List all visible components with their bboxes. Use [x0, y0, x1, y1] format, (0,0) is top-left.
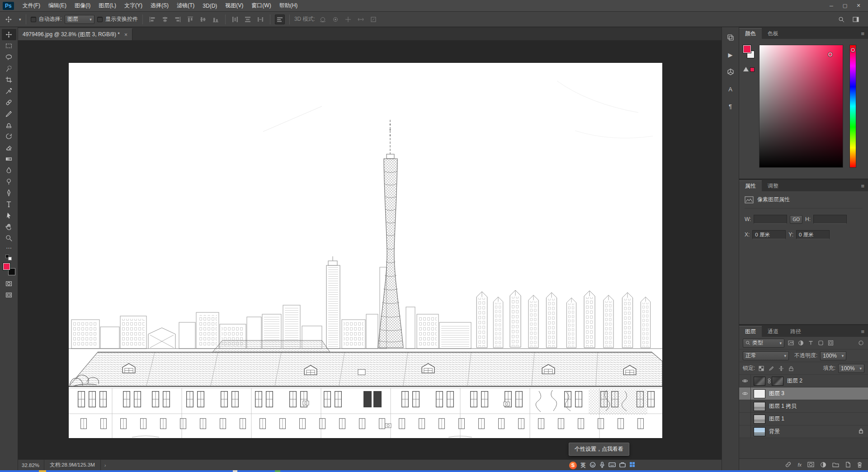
default-colors-icon[interactable]: [5, 255, 13, 261]
hue-slider[interactable]: [849, 45, 856, 168]
panel-menu-icon[interactable]: ≡: [861, 183, 868, 191]
menu-help[interactable]: 帮助(H): [275, 0, 302, 11]
add-mask-icon[interactable]: [807, 462, 814, 467]
maximize-icon[interactable]: ▢: [838, 1, 852, 11]
layer-row-3-selected[interactable]: 图层 3: [739, 387, 868, 400]
align-right-icon[interactable]: [173, 14, 183, 24]
new-layer-icon[interactable]: [845, 462, 851, 468]
filter-adjustment-icon[interactable]: [797, 340, 804, 347]
filter-type-dropdown[interactable]: 类型 ▾: [743, 339, 784, 348]
3d-scale-icon[interactable]: [368, 14, 378, 24]
ime-keyboard-icon[interactable]: [609, 462, 616, 469]
layer-row-background[interactable]: 背景: [739, 425, 868, 438]
workspace-icon[interactable]: [851, 14, 861, 24]
history-brush-tool[interactable]: [2, 131, 16, 142]
tab-adjustments[interactable]: 调整: [762, 180, 784, 191]
quick-selection-tool[interactable]: [2, 63, 16, 74]
quick-mask-button[interactable]: [2, 278, 16, 289]
gamut-warning-icon[interactable]: [743, 67, 749, 71]
eraser-tool[interactable]: [2, 142, 16, 153]
x-input[interactable]: [752, 230, 786, 239]
type-tool[interactable]: [2, 198, 16, 210]
current-tool-icon[interactable]: [4, 14, 14, 24]
align-top-icon[interactable]: [185, 14, 195, 24]
screen-mode-button[interactable]: [2, 289, 16, 301]
sogou-ime-icon[interactable]: S: [569, 462, 577, 469]
saturation-brightness-field[interactable]: [759, 45, 843, 168]
ime-mic-icon[interactable]: [599, 462, 605, 469]
auto-align-layers-icon[interactable]: [275, 14, 285, 24]
gamut-color-swatch[interactable]: [750, 67, 755, 72]
ime-language-toggle[interactable]: 英: [580, 462, 586, 469]
menu-view[interactable]: 视图(V): [221, 0, 247, 11]
ime-toolbox-icon[interactable]: [619, 462, 626, 469]
close-icon[interactable]: ✕: [852, 1, 865, 11]
layer-thumbnail[interactable]: [754, 389, 765, 398]
3d-panel-icon[interactable]: [725, 67, 736, 77]
clone-stamp-tool[interactable]: [2, 119, 16, 131]
zoom-tool[interactable]: [2, 232, 16, 244]
tab-color[interactable]: 颜色: [739, 28, 762, 39]
link-layers-icon[interactable]: [785, 461, 792, 468]
show-transform-checkbox[interactable]: [97, 17, 103, 22]
filter-smart-object-icon[interactable]: [827, 340, 834, 347]
canvas[interactable]: [18, 40, 722, 459]
panel-menu-icon[interactable]: ≡: [861, 328, 868, 337]
menu-type[interactable]: 文字(Y): [120, 0, 146, 11]
3d-roll-icon[interactable]: [330, 14, 340, 24]
auto-select-checkbox[interactable]: [31, 17, 36, 22]
opacity-dropdown[interactable]: 100% ▾: [820, 351, 846, 360]
blend-mode-dropdown[interactable]: 正常 ▾: [743, 351, 789, 360]
mask-link-icon[interactable]: [766, 378, 772, 384]
brush-tool[interactable]: [2, 108, 16, 119]
fill-dropdown[interactable]: 100% ▾: [838, 364, 864, 373]
rectangular-marquee-tool[interactable]: [2, 40, 16, 52]
tab-paths[interactable]: 路径: [784, 326, 807, 337]
tab-swatches[interactable]: 色板: [762, 28, 784, 39]
layer-thumbnail[interactable]: [754, 415, 765, 424]
3d-slide-icon[interactable]: [356, 14, 366, 24]
hand-tool[interactable]: [2, 221, 16, 232]
panel-menu-icon[interactable]: ≡: [861, 30, 868, 39]
tool-preset-arrow[interactable]: ▾: [19, 17, 21, 22]
gradient-tool[interactable]: [2, 153, 16, 165]
layer-thumbnail[interactable]: [754, 427, 765, 436]
align-left-icon[interactable]: [147, 14, 157, 24]
auto-select-target-dropdown[interactable]: 图层 ▾: [65, 15, 94, 24]
menu-filter[interactable]: 滤镜(T): [173, 0, 198, 11]
ime-promo-tooltip[interactable]: 个性设置，点我看看: [569, 443, 629, 456]
crop-tool[interactable]: [2, 74, 16, 85]
status-flyout-icon[interactable]: ›: [100, 460, 110, 470]
minimize-icon[interactable]: ─: [825, 1, 838, 11]
layer-mask-thumbnail[interactable]: [772, 377, 783, 386]
lock-pixels-icon[interactable]: [768, 365, 775, 372]
y-input[interactable]: [796, 230, 830, 239]
path-selection-tool[interactable]: [2, 210, 16, 221]
menu-edit[interactable]: 编辑(E): [44, 0, 71, 11]
dodge-tool[interactable]: [2, 176, 16, 187]
height-input[interactable]: [813, 215, 847, 224]
visibility-toggle[interactable]: [739, 400, 751, 412]
color-field-cursor[interactable]: [828, 52, 832, 57]
move-tool[interactable]: [2, 29, 16, 40]
layer-row-2[interactable]: 图层 2: [739, 375, 868, 387]
3d-orbit-icon[interactable]: [318, 14, 328, 24]
actions-panel-icon[interactable]: ▶: [725, 50, 736, 60]
libraries-panel-icon[interactable]: [725, 33, 736, 42]
menu-file[interactable]: 文件(F): [19, 0, 44, 11]
visibility-toggle[interactable]: [739, 387, 751, 400]
edit-toolbar-icon[interactable]: ⋯: [6, 244, 12, 252]
filter-type-icon[interactable]: [807, 340, 814, 347]
blur-tool[interactable]: [2, 165, 16, 176]
lasso-tool[interactable]: [2, 52, 16, 63]
foreground-color-swatch[interactable]: [743, 45, 751, 53]
new-adjustment-layer-icon[interactable]: [820, 462, 826, 468]
menu-3d[interactable]: 3D(D): [198, 1, 221, 11]
layer-thumbnail[interactable]: [754, 377, 765, 386]
document-image[interactable]: [69, 63, 662, 438]
layer-style-icon[interactable]: fx: [797, 462, 802, 467]
lock-transparent-icon[interactable]: [758, 365, 765, 372]
layer-row-1[interactable]: 图层 1: [739, 413, 868, 425]
paragraph-panel-icon[interactable]: ¶: [725, 101, 736, 111]
visibility-toggle[interactable]: [739, 413, 751, 425]
